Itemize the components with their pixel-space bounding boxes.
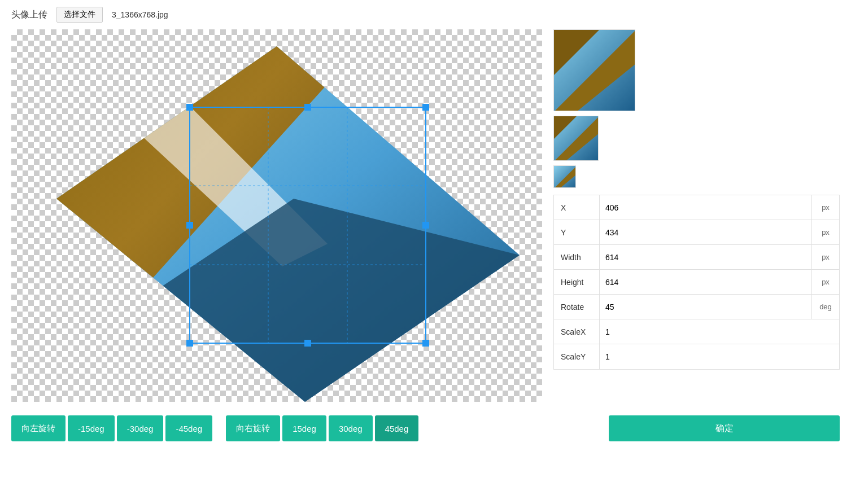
height-input[interactable]: [599, 270, 812, 294]
handle-mr: [422, 222, 429, 229]
rotate-pos45-button[interactable]: 45deg: [375, 415, 419, 441]
y-unit: px: [812, 228, 839, 236]
width-unit: px: [812, 253, 839, 261]
confirm-button[interactable]: 确定: [609, 415, 840, 441]
rotate-neg30-button[interactable]: -30deg: [117, 415, 164, 441]
choose-file-button[interactable]: 选择文件: [56, 7, 103, 23]
rotate-input[interactable]: [599, 295, 812, 319]
handle-br: [422, 340, 429, 347]
prop-rotate-row: Rotate deg: [554, 295, 839, 319]
prop-scalex-row: ScaleX: [554, 319, 839, 344]
y-input[interactable]: [599, 220, 812, 244]
handle-tc: [304, 104, 311, 111]
prop-height-row: Height px: [554, 270, 839, 295]
prop-width-row: Width px: [554, 245, 839, 270]
handle-tl: [186, 104, 193, 111]
rotate-left-group: 向左旋转 -15deg -30deg -45deg: [11, 415, 212, 441]
y-label: Y: [554, 228, 599, 237]
prop-scaley-row: ScaleY: [554, 344, 839, 369]
top-bar: 头像上传 选择文件 3_1366x768.jpg: [0, 0, 851, 29]
height-unit: px: [812, 278, 839, 286]
rotate-label: Rotate: [554, 303, 599, 312]
rotate-neg45-button[interactable]: -45deg: [165, 415, 212, 441]
x-input[interactable]: [599, 195, 812, 220]
x-unit: px: [812, 203, 839, 212]
rotate-right-group: 向右旋转 15deg 30deg 45deg: [226, 415, 418, 441]
rotate-left-button[interactable]: 向左旋转: [11, 415, 66, 441]
handle-bc: [304, 340, 311, 347]
right-panel: X px Y px Width px Height px Rotate: [553, 29, 840, 402]
x-label: X: [554, 203, 599, 212]
preview-medium: [553, 116, 599, 161]
page-title: 头像上传: [11, 9, 47, 21]
bottom-toolbar: 向左旋转 -15deg -30deg -45deg 向右旋转 15deg 30d…: [0, 406, 851, 450]
properties-table: X px Y px Width px Height px Rotate: [553, 195, 840, 370]
scalex-label: ScaleX: [554, 327, 599, 336]
handle-tr: [422, 104, 429, 111]
prop-y-row: Y px: [554, 220, 839, 245]
rotate-pos15-button[interactable]: 15deg: [282, 415, 326, 441]
handle-bl: [186, 340, 193, 347]
scaley-input[interactable]: [599, 344, 812, 369]
handle-ml: [186, 222, 193, 229]
rotate-neg15-button[interactable]: -15deg: [68, 415, 115, 441]
file-name-label: 3_1366x768.jpg: [112, 10, 168, 19]
width-label: Width: [554, 253, 599, 262]
prop-x-row: X px: [554, 195, 839, 220]
rotate-unit: deg: [812, 303, 839, 311]
scaley-label: ScaleY: [554, 352, 599, 361]
image-canvas[interactable]: [11, 29, 542, 402]
main-content: X px Y px Width px Height px Rotate: [0, 29, 851, 402]
rotate-right-button[interactable]: 向右旋转: [226, 415, 280, 441]
preview-large: [553, 29, 635, 111]
height-label: Height: [554, 278, 599, 287]
rotate-pos30-button[interactable]: 30deg: [329, 415, 373, 441]
scalex-input[interactable]: [599, 319, 812, 344]
width-input[interactable]: [599, 245, 812, 269]
preview-small: [553, 165, 576, 188]
